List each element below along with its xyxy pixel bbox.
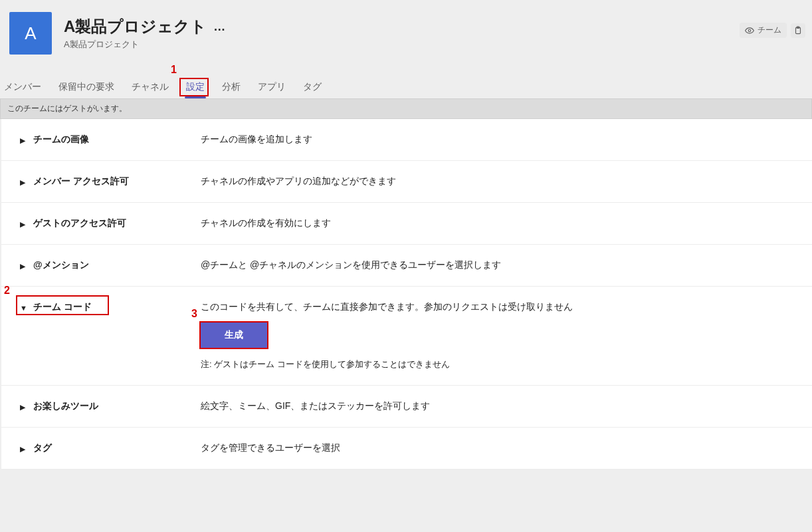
- section-label: タグ: [33, 442, 201, 454]
- caret-right-icon: ▶: [20, 220, 29, 229]
- section-guest-permissions[interactable]: ▶ ゲストのアクセス許可 チャネルの作成を有効にします: [1, 203, 812, 245]
- section-desc: このコードを共有して、チームに直接参加できます。参加のリクエストは受け取りません: [201, 301, 812, 313]
- team-title-text: A製品プロジェクト: [64, 16, 207, 37]
- team-avatar: A: [9, 12, 52, 55]
- section-desc: チームの画像を追加します: [201, 134, 812, 146]
- tab-channels[interactable]: チャネル: [130, 78, 170, 98]
- tab-settings[interactable]: 設定: [185, 78, 206, 98]
- section-team-code[interactable]: ▼ チーム コード このコードを共有して、チームに直接参加できます。参加のリクエ…: [1, 287, 812, 386]
- section-label: お楽しみツール: [33, 400, 201, 412]
- section-fun-stuff[interactable]: ▶ お楽しみツール 絵文字、ミーム、GIF、またはステッカーを許可します: [1, 386, 812, 428]
- svg-point-0: [748, 29, 751, 32]
- more-options-button[interactable]: …: [213, 20, 227, 34]
- team-code-note: 注: ゲストはチーム コードを使用して参加することはできません: [201, 358, 812, 370]
- guest-notice-bar: このチームにはゲストがいます。: [0, 98, 812, 119]
- section-desc: @チームと @チャネルのメンションを使用できるユーザーを選択します: [201, 259, 812, 271]
- caret-right-icon: ▶: [20, 445, 29, 454]
- caret-right-icon: ▶: [20, 403, 29, 412]
- section-mentions[interactable]: ▶ @メンション @チームと @チャネルのメンションを使用できるユーザーを選択し…: [1, 245, 812, 287]
- section-desc: チャネルの作成を有効にします: [201, 217, 812, 229]
- section-label: チームの画像: [33, 134, 201, 146]
- section-team-image[interactable]: ▶ チームの画像 チームの画像を追加します: [1, 119, 812, 161]
- annotation-label-2: 2: [4, 285, 10, 297]
- team-title: A製品プロジェクト …: [64, 16, 227, 37]
- section-label: チーム コード: [33, 301, 201, 313]
- caret-right-icon: ▶: [20, 262, 29, 271]
- section-tags[interactable]: ▶ タグ タグを管理できるユーザーを選択: [1, 428, 812, 469]
- eye-icon: [745, 26, 754, 35]
- settings-list: ▶ チームの画像 チームの画像を追加します ▶ メンバー アクセス許可 チャネル…: [1, 119, 812, 469]
- page-header: A A製品プロジェクト … A製品プロジェクト チーム: [0, 0, 812, 60]
- section-desc: タグを管理できるユーザーを選択: [201, 442, 812, 454]
- team-subtitle: A製品プロジェクト: [64, 39, 227, 51]
- tab-apps[interactable]: アプリ: [256, 78, 287, 98]
- tab-analytics[interactable]: 分析: [221, 78, 242, 98]
- tab-members[interactable]: メンバー: [3, 78, 43, 98]
- caret-down-icon: ▼: [20, 304, 29, 312]
- section-label: ゲストのアクセス許可: [33, 217, 201, 229]
- section-member-permissions[interactable]: ▶ メンバー アクセス許可 チャネルの作成やアプリの追加などができます: [1, 161, 812, 203]
- caret-right-icon: ▶: [20, 178, 29, 187]
- caret-right-icon: ▶: [20, 136, 29, 145]
- section-label: @メンション: [33, 259, 201, 271]
- section-desc: チャネルの作成やアプリの追加などができます: [201, 176, 812, 188]
- section-label: メンバー アクセス許可: [33, 176, 201, 188]
- clipboard-icon[interactable]: [791, 23, 805, 38]
- tab-pending-requests[interactable]: 保留中の要求: [57, 78, 116, 98]
- team-visibility-chip[interactable]: チーム: [740, 23, 787, 38]
- tab-tags[interactable]: タグ: [302, 78, 323, 98]
- team-chip-label: チーム: [758, 25, 781, 36]
- generate-button[interactable]: 生成: [201, 323, 267, 348]
- tab-bar: メンバー 保留中の要求 チャネル 設定 分析 アプリ タグ: [0, 60, 812, 98]
- section-desc: 絵文字、ミーム、GIF、またはステッカーを許可します: [201, 400, 812, 412]
